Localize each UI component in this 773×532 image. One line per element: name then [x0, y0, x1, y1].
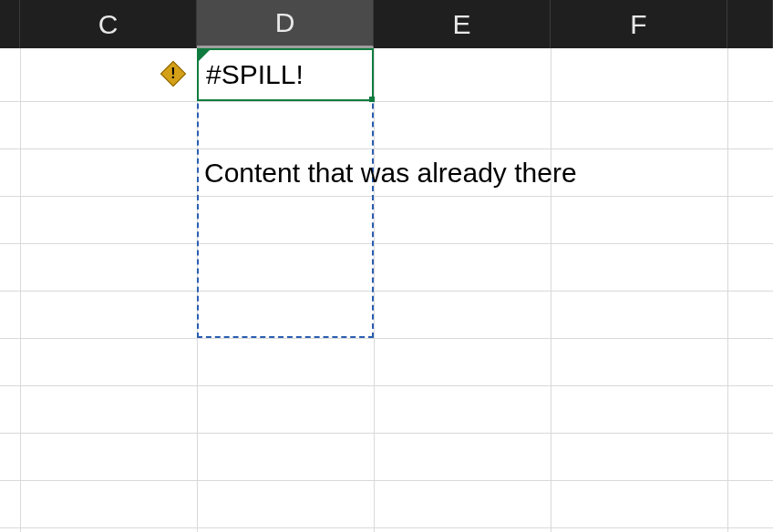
cell-F1[interactable] [551, 48, 727, 101]
cell-D2[interactable] [197, 101, 374, 148]
cell-C2[interactable] [20, 101, 197, 148]
cell-E2[interactable] [374, 101, 551, 148]
cell-F6[interactable] [551, 291, 727, 338]
gridline-horizontal [0, 527, 773, 528]
cell-F4[interactable] [551, 196, 727, 243]
grid[interactable]: Content that was already there #SPILL! ! [0, 48, 773, 532]
warning-bang: ! [170, 66, 175, 82]
cell-E1[interactable] [374, 48, 551, 101]
cell-D6[interactable] [197, 291, 374, 338]
gridline-horizontal [0, 385, 773, 386]
cell-F3[interactable] [551, 148, 727, 196]
column-header-overflow [727, 0, 773, 48]
cell-C5[interactable] [20, 243, 197, 291]
cell-E6[interactable] [374, 291, 551, 338]
error-indicator-button[interactable]: ! [160, 61, 186, 87]
column-header-label: F [630, 9, 646, 40]
cell-E5[interactable] [374, 243, 551, 291]
gridline-horizontal [0, 480, 773, 481]
cell-D5[interactable] [197, 243, 374, 291]
column-header-label: C [98, 9, 119, 40]
cell-C4[interactable] [20, 196, 197, 243]
cell-C3[interactable] [20, 148, 197, 196]
active-cell-value: #SPILL! [199, 50, 304, 99]
column-header-C[interactable]: C [20, 0, 197, 48]
cell-F2[interactable] [551, 101, 727, 148]
cell-C6[interactable] [20, 291, 197, 338]
column-header-F[interactable]: F [551, 0, 727, 48]
gridline-horizontal [0, 433, 773, 434]
gridline-horizontal [0, 338, 773, 339]
column-header-gutter [0, 0, 20, 48]
column-header-D[interactable]: D [197, 0, 374, 48]
fill-handle[interactable] [369, 97, 375, 102]
spreadsheet-viewport: C D E F [0, 0, 773, 532]
column-header-label: E [452, 9, 470, 40]
column-header-label: D [275, 7, 295, 38]
column-header-row: C D E F [0, 0, 773, 48]
column-header-E[interactable]: E [374, 0, 551, 48]
cell-D4[interactable] [197, 196, 374, 243]
cell-D3-text: Content that was already there [204, 159, 577, 187]
cell-E4[interactable] [374, 196, 551, 243]
cell-F5[interactable] [551, 243, 727, 291]
active-cell-D1[interactable]: #SPILL! [197, 48, 374, 101]
